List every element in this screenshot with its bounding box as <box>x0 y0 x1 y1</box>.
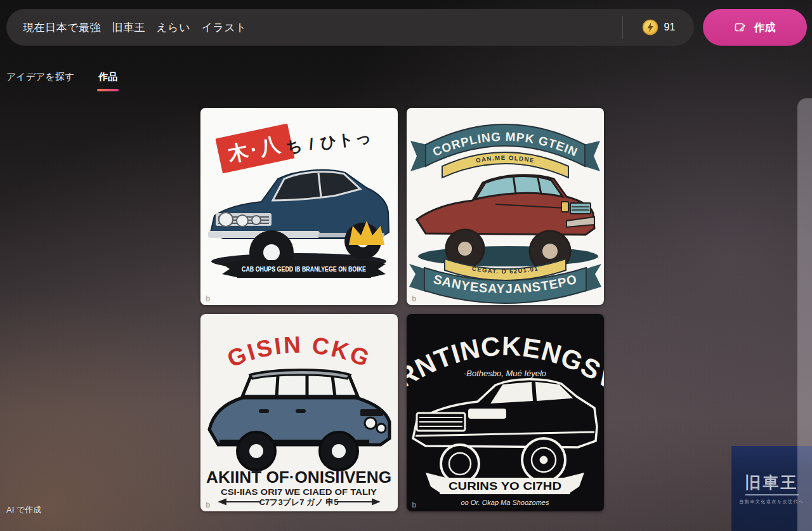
brand-tagline: 自動車文化遺産を次世代へ <box>739 499 804 505</box>
tab-explore-label: アイデアを探す <box>6 71 74 83</box>
car-illustration-2 <box>417 175 598 272</box>
coin-bolt-icon <box>642 19 658 36</box>
tab-bar: アイデアを探す 作品 <box>6 71 119 91</box>
gallery-card-2[interactable]: CORPLING MPK GTEIN OAN.ME OLDNE <box>407 108 604 305</box>
gallery-card-3[interactable]: GISIN CKG AKIINT OF·ONISIIVEN <box>200 314 398 511</box>
kana-text: ち / ひトっ <box>285 128 374 156</box>
car-illustration-1 <box>208 170 389 275</box>
artwork-blue-sedan: 木·八 ち / ひトっ <box>200 108 398 305</box>
red-stamp: 木·八 <box>215 124 294 174</box>
script-bottom-text: oo Or. Okap Ma Shoozomes <box>461 499 549 506</box>
gallery-card-4[interactable]: ORNTINCKENGSVZ -Bothesbo, Mué Iéyelo <box>407 314 604 511</box>
subline1-text: CSI-IIAS ORI7 WE CIAED OF TALIY <box>221 488 377 497</box>
artwork-maroon-sedan: CORPLING MPK GTEIN OAN.ME OLDNE <box>407 108 604 305</box>
gallery-card-1[interactable]: 木·八 ち / ひトっ <box>200 108 398 305</box>
gallery-grid: 木·八 ち / ひトっ <box>200 108 604 511</box>
next-panel-edge[interactable] <box>797 98 812 531</box>
prompt-input[interactable]: 現在日本で最強 旧車王 えらい イラスト 91 <box>6 9 694 46</box>
svg-text:GISIN CKG: GISIN CKG <box>224 332 374 372</box>
create-button[interactable]: 作成 <box>703 9 807 46</box>
car-illustration-3 <box>209 370 390 471</box>
ribbon-top: CORPLING MPK GTEIN OAN.ME OLDNE <box>410 124 600 178</box>
active-tab-underline <box>97 89 119 91</box>
artwork-bw-muscle-car: ORNTINCKENGSVZ -Bothesbo, Mué Iéyelo <box>407 314 604 511</box>
arch-title-text: GISIN CKG <box>224 332 374 372</box>
tab-explore-ideas[interactable]: アイデアを探す <box>6 71 74 83</box>
credits-count: 91 <box>664 22 676 33</box>
ai-created-label: AI で作成 <box>6 504 41 516</box>
create-doc-pencil-icon <box>735 22 747 34</box>
banner-ribbon-1: CAB OHUPS GEDD IB BRANLYEGE ON BOIKE <box>222 260 386 278</box>
ribbon-text: CURINS YO CI7HD <box>449 480 561 492</box>
credits-badge[interactable]: 91 <box>622 16 694 39</box>
create-button-label: 作成 <box>754 20 776 35</box>
brand-logo: 旧車王 <box>745 472 799 495</box>
artwork-steel-blue-sedan: GISIN CKG AKIINT OF·ONISIIVEN <box>200 314 398 511</box>
tab-works-label: 作品 <box>98 71 117 83</box>
tab-works[interactable]: 作品 <box>97 71 119 91</box>
headline-text: AKIINT OF·ONISIIVENG <box>206 468 391 487</box>
banner-text: CAB OHUPS GEDD IB BRANLYEGE ON BOIKE <box>242 265 366 273</box>
prompt-text: 現在日本で最強 旧車王 えらい イラスト <box>6 20 622 35</box>
subline2-text: C7フ3ブレ7 ガノ 申5 <box>259 497 338 507</box>
car-illustration-4 <box>413 379 597 483</box>
script-top-text: -Bothesbo, Mué Iéyelo <box>464 369 546 378</box>
